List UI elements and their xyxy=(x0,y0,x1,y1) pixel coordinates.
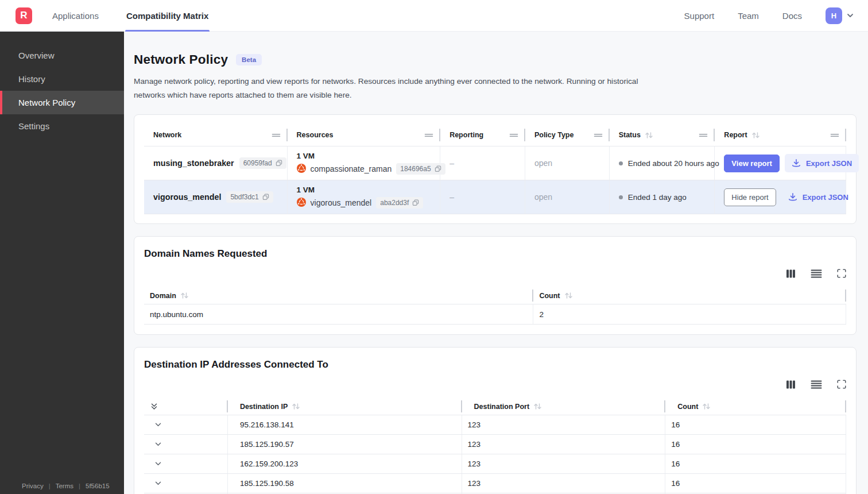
nav-tab[interactable]: Applications xyxy=(51,0,100,32)
column-resize-handle-icon[interactable] xyxy=(509,133,518,138)
count-value: 16 xyxy=(665,474,846,493)
build-id: 5f56b15 xyxy=(86,483,110,489)
count-value: 2 xyxy=(533,304,846,324)
column-header[interactable]: Reporting xyxy=(440,124,525,146)
table-toolbar xyxy=(144,379,846,390)
app-logo[interactable]: R xyxy=(16,7,32,24)
domain-value: ntp.ubuntu.com xyxy=(144,304,533,324)
fullscreen-icon[interactable] xyxy=(837,269,846,278)
expand-row-icon[interactable] xyxy=(154,441,162,448)
network-row[interactable]: musing_stonebraker 60959fad 1 VM xyxy=(144,146,846,180)
column-header-label: Count xyxy=(677,403,698,411)
report-button[interactable]: Hide report xyxy=(724,188,776,206)
avatar[interactable]: H xyxy=(826,7,842,24)
networks-card: Network Resources xyxy=(134,114,857,224)
download-icon xyxy=(792,159,801,168)
column-header-label: Domain xyxy=(150,292,176,300)
column-resize-handle-icon[interactable] xyxy=(699,133,708,138)
domains-table-body: ntp.ubuntu.com 2 xyxy=(144,304,846,325)
sort-icon[interactable] xyxy=(292,403,300,410)
count-value: 16 xyxy=(665,415,846,434)
destination-ip-value: 95.216.138.141 xyxy=(228,415,462,434)
nav-link[interactable]: Docs xyxy=(782,11,802,21)
count-value: 16 xyxy=(665,435,846,454)
ips-table-header: Destination IP Destination Port Count xyxy=(144,398,846,415)
column-header[interactable]: Resources xyxy=(288,124,441,146)
column-header-label: Destination Port xyxy=(474,403,530,411)
column-header-label: Policy Type xyxy=(534,131,574,139)
ubuntu-icon xyxy=(297,164,306,175)
ip-row: 95.216.138.141 123 16 xyxy=(144,415,846,434)
columns-icon[interactable] xyxy=(786,269,796,278)
column-header[interactable]: Domain xyxy=(144,287,533,304)
column-resize-handle-icon[interactable] xyxy=(830,133,839,138)
column-header[interactable]: Policy Type xyxy=(525,124,610,146)
expand-all-icon[interactable] xyxy=(150,402,158,411)
copy-icon[interactable] xyxy=(262,194,269,200)
sort-icon[interactable] xyxy=(180,292,189,299)
sort-icon[interactable] xyxy=(751,132,760,139)
column-header-label: Status xyxy=(619,131,641,139)
column-header-label: Network xyxy=(153,131,181,139)
terms-link[interactable]: Terms xyxy=(56,483,73,489)
sort-icon[interactable] xyxy=(533,403,542,410)
destination-ip-value: 162.159.200.123 xyxy=(228,454,462,473)
fullscreen-icon[interactable] xyxy=(837,380,846,389)
ip-row: 162.159.200.123 123 16 xyxy=(144,454,846,473)
column-header[interactable]: Destination IP xyxy=(228,398,462,415)
column-header[interactable]: Count xyxy=(665,398,846,415)
domain-row: ntp.ubuntu.com 2 xyxy=(144,304,846,325)
export-json-button[interactable]: Export JSON xyxy=(781,188,855,206)
column-resize-handle-icon[interactable] xyxy=(272,133,281,138)
sort-icon[interactable] xyxy=(564,292,573,299)
ips-section-title: Destination IP Addresses Connected To xyxy=(144,359,846,370)
column-header[interactable]: Destination Port xyxy=(462,398,666,415)
top-nav: R Applications Compatibility Matrix Supp… xyxy=(0,0,868,32)
column-header[interactable]: Count xyxy=(533,287,846,304)
status-dot xyxy=(619,161,623,165)
column-header-label: Report xyxy=(724,131,747,139)
column-resize-handle-icon[interactable] xyxy=(594,133,603,138)
column-header-label: Resources xyxy=(297,131,334,139)
nav-link[interactable]: Support xyxy=(684,11,715,21)
nav-right: Support Team Docs H xyxy=(684,7,854,24)
sort-icon[interactable] xyxy=(645,132,653,139)
domains-section-title: Domain Names Requested xyxy=(144,248,846,260)
domains-table-header: Domain Count xyxy=(144,287,846,304)
vm-count: 1 VM xyxy=(297,186,315,194)
sidebar-item[interactable]: Settings xyxy=(0,114,124,138)
export-json-button[interactable]: Export JSON xyxy=(785,154,859,172)
status-text: Ended about 20 hours ago xyxy=(628,159,719,168)
expand-row-icon[interactable] xyxy=(154,460,162,468)
chevron-down-icon[interactable] xyxy=(846,11,854,20)
status-text: Ended 1 day ago xyxy=(628,193,687,202)
ubuntu-icon xyxy=(297,198,306,209)
status-dot xyxy=(619,195,623,199)
expand-all-header[interactable] xyxy=(144,398,228,415)
sidebar-item-label: Overview xyxy=(18,51,55,60)
column-resize-handle-icon[interactable] xyxy=(424,133,433,138)
sort-icon[interactable] xyxy=(702,403,711,410)
privacy-link[interactable]: Privacy xyxy=(22,483,44,489)
copy-icon[interactable] xyxy=(412,199,419,206)
rows-icon[interactable] xyxy=(811,269,822,278)
expand-row-icon[interactable] xyxy=(154,480,162,487)
sidebar-item[interactable]: Overview xyxy=(0,44,124,67)
expand-row-icon[interactable] xyxy=(154,421,162,429)
columns-icon[interactable] xyxy=(786,380,796,389)
network-name: vigorous_mendel xyxy=(153,192,221,202)
report-button[interactable]: View report xyxy=(724,155,780,172)
sidebar-item[interactable]: Network Policy xyxy=(0,91,124,114)
sidebar-item[interactable]: History xyxy=(0,67,124,91)
column-header[interactable]: Network xyxy=(144,124,288,146)
column-header[interactable]: Status xyxy=(610,124,715,146)
copy-icon[interactable] xyxy=(276,160,282,167)
ip-row: 185.125.190.58 123 16 xyxy=(144,473,846,493)
network-row[interactable]: vigorous_mendel 5bdf3dc1 1 VM xyxy=(144,180,846,214)
main-content: Network Policy Beta Manage network polic… xyxy=(124,32,868,494)
rows-icon[interactable] xyxy=(811,380,822,389)
nav-tab[interactable]: Compatibility Matrix xyxy=(125,0,210,32)
column-header[interactable]: Report xyxy=(715,124,846,146)
nav-link[interactable]: Team xyxy=(738,11,759,21)
count-value: 16 xyxy=(665,454,846,473)
